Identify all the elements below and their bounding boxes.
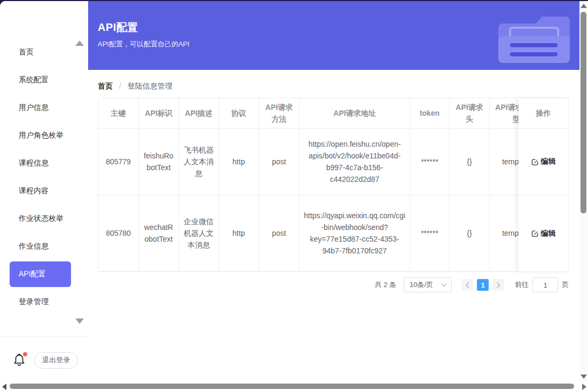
breadcrumb-current: 登陆信息管理 [128, 82, 173, 90]
scrollbar-down-arrow-icon[interactable] [581, 375, 587, 379]
cell-url: https://qyapi.weixin.qq.com/cgi-bin/webh… [300, 195, 410, 272]
page-number-1[interactable]: 1 [477, 279, 489, 291]
column-header-api-desc: API描述 [179, 98, 219, 129]
column-header-url: API请求地址 [300, 98, 410, 129]
horizontal-scrollbar-thumb[interactable] [10, 384, 574, 389]
chevron-left-icon [466, 282, 469, 288]
vertical-scrollbar-thumb[interactable] [581, 12, 586, 213]
sidebar-footer: 退出登录 [0, 348, 88, 372]
page-header-banner: API配置 API配置，可以配置自己的API [88, 1, 579, 70]
sidebar-scroll-down-icon[interactable] [75, 319, 84, 324]
scrollbar-up-arrow-icon[interactable] [581, 4, 587, 8]
vertical-scrollbar[interactable] [579, 1, 588, 382]
scrollbar-left-arrow-icon[interactable] [2, 384, 6, 390]
table-header-row: 主键 API标识 API描述 协议 API请求方法 API请求地址 token … [98, 98, 568, 129]
goto-label: 前往 [515, 280, 529, 290]
cell-headers: {} [450, 129, 490, 195]
sidebar-item-home[interactable]: 首页 [0, 38, 88, 66]
page-size-select[interactable]: 10条/页 [404, 277, 452, 292]
cell-headers: {} [450, 195, 490, 272]
edit-button-label: 编辑 [541, 157, 556, 166]
content-area: 首页 / 登陆信息管理 主键 API标识 API描述 协议 API请求方法 AP… [88, 70, 579, 390]
page-subtitle: API配置，可以配置自己的API [98, 39, 190, 49]
breadcrumb-separator: / [119, 82, 121, 90]
table-row: 805780 wechatRobotText 企业微信机器人文本消息 http … [98, 195, 568, 272]
pagination-bar: 共 2 条 10条/页 1 前 [98, 277, 569, 292]
chevron-right-icon [497, 282, 500, 288]
cell-protocol: http [219, 195, 259, 272]
sidebar-menu: 首页 系统配置 用户信息 用户角色枚举 课程信息 课程内容 作业状态枚举 作业信… [0, 38, 88, 316]
cell-token: ****** [410, 195, 450, 272]
sidebar-item-homework-status-enum[interactable]: 作业状态枚举 [0, 205, 88, 233]
app-window: 首页 系统配置 用户信息 用户角色枚举 课程信息 课程内容 作业状态枚举 作业信… [0, 1, 588, 390]
edit-button[interactable]: 编辑 [531, 157, 556, 166]
prev-page-button[interactable] [461, 279, 473, 291]
horizontal-scrollbar[interactable] [0, 382, 579, 390]
sidebar-item-user-role-enum[interactable]: 用户角色枚举 [0, 122, 88, 149]
cell-actions: 编辑 [519, 195, 568, 272]
column-header-api-key: API标识 [139, 98, 179, 129]
edit-icon [531, 158, 538, 165]
cell-api-desc: 飞书机器人文本消息 [179, 129, 219, 195]
chevron-down-icon [441, 283, 447, 287]
cell-actions: 编辑 [519, 129, 568, 195]
scrollbar-right-arrow-icon[interactable] [582, 384, 586, 390]
sidebar-item-homework-info[interactable]: 作业信息 [0, 233, 88, 260]
cell-method: post [259, 195, 300, 272]
sidebar-item-user-info[interactable]: 用户信息 [0, 94, 88, 122]
edit-button-label: 编辑 [541, 229, 556, 238]
edit-button[interactable]: 编辑 [531, 229, 556, 238]
cell-method: post [259, 129, 300, 195]
cell-api-desc: 企业微信机器人文本消息 [179, 195, 219, 272]
sidebar-item-login-management[interactable]: 登录管理 [0, 288, 88, 316]
column-header-token: token [410, 98, 450, 129]
sidebar-item-course-content[interactable]: 课程内容 [0, 177, 88, 205]
notification-bell-button[interactable] [13, 353, 27, 368]
page-title: API配置 [98, 20, 138, 35]
goto-page-input[interactable] [532, 277, 558, 292]
cell-protocol: http [219, 129, 259, 195]
column-header-id: 主键 [98, 98, 139, 129]
notification-dot-badge [23, 352, 27, 356]
cell-url: https://open.feishu.cn/open-apis/bot/v2/… [300, 129, 410, 195]
sidebar: 首页 系统配置 用户信息 用户角色枚举 课程信息 课程内容 作业状态枚举 作业信… [0, 1, 89, 390]
breadcrumb: 首页 / 登陆信息管理 [98, 81, 569, 91]
api-config-table: 主键 API标识 API描述 协议 API请求方法 API请求地址 token … [98, 98, 569, 272]
sidebar-item-api-config[interactable]: API配置 [10, 261, 71, 287]
pagination-total: 共 2 条 [375, 280, 396, 290]
sidebar-item-course-info[interactable]: 课程信息 [0, 149, 88, 177]
cell-id: 805779 [98, 129, 139, 195]
column-header-method: API请求方法 [259, 98, 300, 129]
folder-illustration-icon [494, 12, 574, 63]
cell-id: 805780 [98, 195, 139, 272]
logout-button[interactable]: 退出登录 [34, 352, 78, 369]
cell-api-key: wechatRobotText [139, 195, 179, 272]
page-unit-label: 页 [562, 280, 569, 290]
sidebar-divider [0, 337, 88, 337]
table-row: 805779 feishuRobotText 飞书机器人文本消息 http po… [98, 129, 568, 195]
column-header-actions: 操作 [519, 98, 568, 129]
sidebar-item-system-config[interactable]: 系统配置 [0, 66, 88, 94]
column-header-headers: API请求头 [450, 98, 490, 129]
page-size-value: 10条/页 [410, 280, 433, 290]
cell-api-key: feishuRobotText [139, 129, 179, 195]
edit-icon [531, 230, 538, 237]
cell-token: ****** [410, 129, 450, 195]
main-area: API配置 API配置，可以配置自己的API 首页 / 登陆信息管理 主键 AP… [88, 1, 579, 390]
fixed-action-column: 操作 编辑 [519, 98, 568, 272]
breadcrumb-home-link[interactable]: 首页 [98, 82, 113, 90]
next-page-button[interactable] [492, 279, 504, 291]
column-header-protocol: 协议 [219, 98, 259, 129]
